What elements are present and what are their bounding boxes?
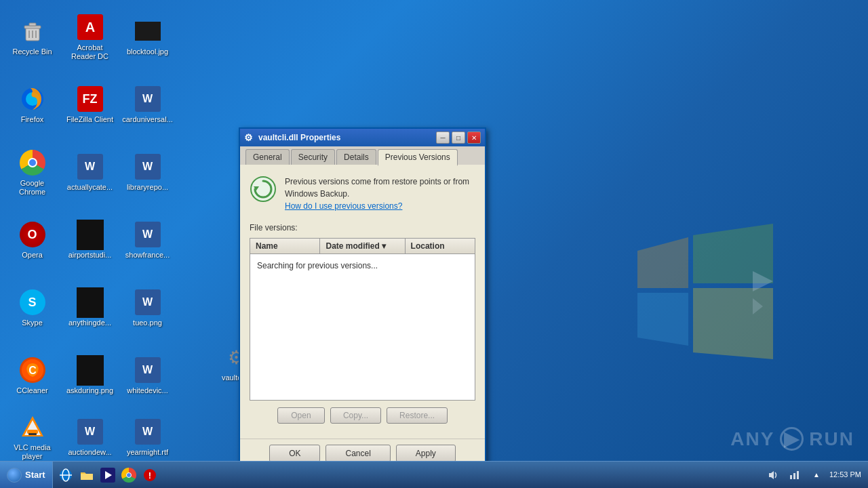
start-label: Start — [25, 470, 45, 480]
info-text-main: Previous versions come from restore poin… — [285, 177, 469, 199]
dialog-maximize-button[interactable]: □ — [452, 131, 465, 144]
start-orb-icon — [7, 468, 22, 483]
svg-rect-3 — [24, 26, 41, 28]
action-buttons: Open Copy... Restore... — [250, 407, 475, 424]
desktop-icon-showfrance[interactable]: W showfrance... — [119, 207, 176, 274]
showfrance-label: showfrance... — [125, 251, 170, 260]
libraryrepo-icon-img: W — [135, 154, 161, 180]
desktop-icon-acrobat[interactable]: A Acrobat Reader DC — [61, 3, 119, 71]
skype-icon-img: S — [20, 289, 45, 315]
desktop-icon-firefox[interactable]: Firefox — [3, 71, 61, 139]
taskbar-network-icon[interactable] — [785, 466, 804, 485]
desktop-icon-libraryrepo[interactable]: W libraryrepo... — [119, 139, 176, 207]
desktop-icon-blocktool[interactable]: blocktool.jpg — [119, 3, 176, 71]
tab-security[interactable]: Security — [291, 149, 335, 165]
tab-details[interactable]: Details — [336, 149, 376, 165]
desktop-icon-actuallycate[interactable]: W actuallycate... — [61, 139, 119, 207]
table-header-name[interactable]: Name — [250, 239, 320, 253]
ok-button[interactable]: OK — [269, 445, 320, 462]
opera-label: Opera — [22, 251, 43, 260]
table-header-date[interactable]: Date modified ▾ — [320, 239, 405, 253]
desktop-icon-tueo[interactable]: W tueo.png — [119, 274, 176, 342]
vlc-icon-img — [20, 415, 45, 439]
dialog-minimize-button[interactable]: ─ — [436, 131, 450, 144]
desktop-icon-auctiondew[interactable]: W auctiondew... — [61, 410, 119, 464]
anythingde-icon-img — [77, 287, 104, 318]
taskbar-expand-tray-button[interactable]: ▲ — [807, 466, 826, 485]
desktop-icon-carduniversal[interactable]: W carduniversal... — [119, 71, 176, 139]
info-section: Previous versions come from restore poin… — [250, 176, 475, 212]
filezilla-icon-img: FZ — [77, 86, 103, 112]
desktop-icon-skype[interactable]: S Skype — [3, 274, 61, 342]
blocktool-label: blocktool.jpg — [127, 47, 168, 56]
svg-text:C: C — [28, 365, 37, 376]
yearmight-icon-img: W — [135, 419, 161, 445]
table-header: Name Date modified ▾ Location — [250, 239, 475, 254]
tab-general[interactable]: General — [245, 149, 290, 165]
dialog-title-text: vaultcli.dll Properties — [258, 133, 340, 142]
opera-icon-img: O — [20, 222, 45, 247]
actuallycate-label: actuallycate... — [67, 183, 113, 192]
recycle-bin-label: Recycle Bin — [12, 47, 52, 56]
yearmight-label: yearmight.rtf — [127, 448, 168, 457]
taskbar-media-icon[interactable] — [98, 466, 117, 485]
desktop-icon-airportstudio[interactable]: airportstudi... — [61, 207, 119, 274]
desktop-icon-recycle-bin[interactable]: Recycle Bin — [3, 3, 61, 71]
dialog-content: Previous versions come from restore poin… — [240, 166, 485, 439]
restore-button[interactable]: Restore... — [387, 407, 448, 424]
carduniversal-icon-img: W — [135, 86, 161, 112]
open-button[interactable]: Open — [277, 407, 325, 424]
desktop-icon-yearmight[interactable]: W yearmight.rtf — [119, 410, 176, 464]
desktop-icon-vlc[interactable]: VLC media player — [3, 410, 61, 464]
dialog-tabs: General Security Details Previous Versio… — [240, 146, 485, 166]
copy-button[interactable]: Copy... — [330, 407, 381, 424]
blocktool-icon-img — [135, 22, 161, 41]
dialog-title-icon: ⚙ — [244, 132, 255, 143]
anythingde-label: anythingde... — [68, 319, 111, 327]
table-body: Searching for previous versions... — [250, 254, 475, 277]
taskbar-avast-icon[interactable]: ! — [140, 466, 159, 485]
info-text: Previous versions come from restore poin… — [285, 176, 475, 212]
carduniversal-label: carduniversal... — [122, 115, 173, 124]
whitedevic-icon-img: W — [135, 357, 161, 383]
acrobat-label: Acrobat Reader DC — [64, 43, 115, 61]
taskbar-ie-icon[interactable] — [56, 466, 75, 485]
firefox-icon-img — [20, 86, 45, 112]
desktop-icon-anythingde[interactable]: anythingde... — [61, 274, 119, 342]
dialog-title-left: ⚙ vaultcli.dll Properties — [244, 132, 340, 143]
desktop-icon-chrome[interactable]: Google Chrome — [3, 139, 61, 207]
ccleaner-icon-img: C — [20, 357, 45, 383]
svg-text:!: ! — [148, 470, 151, 481]
table-header-location[interactable]: Location — [406, 239, 475, 253]
taskbar-chrome-icon[interactable] — [119, 466, 138, 485]
versions-table: Name Date modified ▾ Location Searching … — [250, 238, 475, 401]
airportstudio-label: airportstudi... — [68, 251, 112, 260]
auctiondew-label: auctiondew... — [68, 448, 111, 457]
desktop-icon-whitedevic[interactable]: W whitedevic... — [119, 342, 176, 410]
apply-button[interactable]: Apply — [396, 445, 456, 462]
desktop-icon-askduring[interactable]: askduring.png — [61, 342, 119, 410]
desktop-icon-ccleaner[interactable]: C CCleaner — [3, 342, 61, 410]
windows-logo-watermark — [583, 203, 868, 461]
desktop-icon-grid: Recycle Bin A Acrobat Reader DC blocktoo… — [0, 0, 183, 447]
info-link[interactable]: How do I use previous versions? — [285, 201, 402, 211]
showfrance-icon-img: W — [135, 222, 161, 247]
askduring-label: askduring.png — [66, 386, 113, 395]
taskbar: Start — [0, 461, 868, 488]
tab-previous-versions[interactable]: Previous Versions — [378, 149, 458, 166]
actuallycate-icon-img: W — [77, 154, 103, 180]
taskbar-volume-icon[interactable] — [764, 466, 783, 485]
properties-dialog: ⚙ vaultcli.dll Properties ─ □ ✕ General … — [239, 127, 486, 469]
svg-rect-31 — [797, 471, 799, 479]
cancel-button[interactable]: Cancel — [326, 445, 390, 462]
dialog-close-button[interactable]: ✕ — [467, 131, 481, 144]
acrobat-icon-img: A — [77, 14, 103, 40]
taskbar-folder-icon[interactable] — [77, 466, 96, 485]
desktop-icon-opera[interactable]: O Opera — [3, 207, 61, 274]
start-button[interactable]: Start — [0, 462, 53, 488]
svg-rect-23 — [81, 474, 93, 480]
vlc-label: VLC media player — [7, 443, 58, 461]
desktop-icon-filezilla[interactable]: FZ FileZilla Client — [61, 71, 119, 139]
firefox-label: Firefox — [21, 115, 44, 124]
chrome-icon-img — [20, 150, 45, 176]
